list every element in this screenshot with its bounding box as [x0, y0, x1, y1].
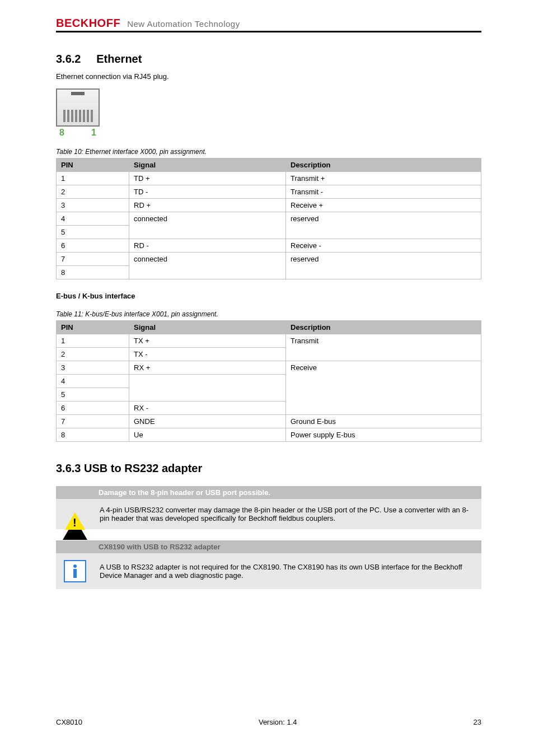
- section-title: Ethernet: [96, 53, 142, 65]
- th-signal: Signal: [129, 321, 286, 334]
- note-title: CX8190 with USB to RS232 adapter: [94, 540, 481, 553]
- note-body: A USB to RS232 adapter is not required f…: [94, 553, 481, 589]
- warning-title: Damage to the 8-pin header or USB port p…: [94, 486, 481, 499]
- warning-callout: Damage to the 8-pin header or USB port p…: [56, 486, 481, 529]
- table-x000-caption: Table 10: Ethernet interface X000, pin a…: [56, 148, 481, 156]
- warning-triangle-icon: !: [63, 510, 87, 519]
- note-callout: CX8190 with USB to RS232 adapter A USB t…: [56, 540, 481, 589]
- footer-version: Version: 1.4: [259, 718, 297, 726]
- table-row: 3 RX + Receive: [57, 361, 481, 375]
- th-desc: Description: [286, 158, 481, 172]
- page-footer: CX8010 Version: 1.4 23: [56, 718, 481, 738]
- table-x000: PIN Signal Description 1 TD + Transmit +…: [56, 158, 481, 279]
- brand-logo: BECKHOFF New Automation Technology: [56, 17, 240, 29]
- brand-name: BECKHOFF: [56, 17, 120, 29]
- usb-heading: 3.6.3 USB to RS232 adapter: [56, 462, 481, 475]
- brand-tagline: New Automation Technology: [127, 19, 240, 29]
- table-x001-caption: Table 11: K-bus/E-bus interface X001, pi…: [56, 310, 481, 318]
- th-signal: Signal: [129, 158, 286, 172]
- th-pin: PIN: [57, 158, 129, 172]
- info-icon: [64, 560, 86, 582]
- warning-icon-cell: !: [56, 499, 94, 529]
- table-row: 2 TD - Transmit -: [57, 185, 481, 199]
- table-row: 6 RD - Receive -: [57, 239, 481, 253]
- section-heading: 3.6.2 Ethernet: [56, 53, 481, 66]
- footer-docref: CX8010: [56, 718, 82, 726]
- footer-page: 23: [474, 718, 481, 726]
- rj45-pin-right: 1: [91, 128, 96, 138]
- section-intro: Ethernet connection via RJ45 plug.: [56, 72, 481, 81]
- table-row: 7 GNDE Ground E-bus: [57, 415, 481, 428]
- table-row: 8 Ue Power supply E-bus: [57, 428, 481, 442]
- warning-header-iconcell: [56, 486, 94, 499]
- th-desc: Description: [286, 321, 481, 334]
- note-icon-cell: [56, 553, 94, 589]
- note-header-iconcell: [56, 540, 94, 553]
- section-number: 3.6.2: [56, 53, 81, 65]
- x001-heading: E-bus / K-bus interface: [56, 292, 481, 300]
- table-x001: PIN Signal Description 1 TX + Transmit 2…: [56, 320, 481, 442]
- warning-body: A 4-pin USB/RS232 converter may damage t…: [94, 499, 481, 529]
- table-row: 3 RD + Receive +: [57, 199, 481, 212]
- rj45-pin-left: 8: [59, 128, 64, 138]
- th-pin: PIN: [57, 321, 129, 334]
- table-row: 7 connected reserved: [57, 253, 481, 266]
- table-row: 1 TD + Transmit +: [57, 172, 481, 185]
- table-row: 4 connected reserved: [57, 212, 481, 226]
- table-row: 1 TX + Transmit: [57, 334, 481, 348]
- rj45-connector-icon: [56, 88, 100, 127]
- rj45-diagram: 8 1: [56, 88, 481, 138]
